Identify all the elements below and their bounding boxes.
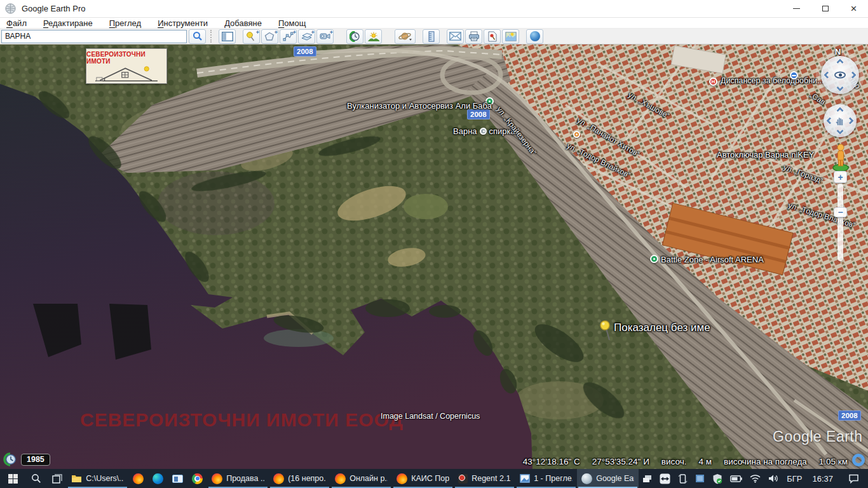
pegman-street-view-icon[interactable] bbox=[831, 143, 850, 172]
taskbar-file-explorer[interactable]: C:\Users\... bbox=[67, 469, 128, 488]
chevron-right-icon[interactable] bbox=[846, 117, 853, 124]
taskbar-search-button[interactable] bbox=[26, 469, 47, 488]
chevron-down-icon[interactable] bbox=[836, 84, 843, 91]
chevron-up-icon[interactable] bbox=[836, 58, 843, 65]
zoom-out-handle[interactable]: − bbox=[834, 207, 847, 217]
task-view-button[interactable] bbox=[47, 469, 67, 488]
tray-clock[interactable]: 16:37 bbox=[806, 474, 839, 484]
zoom-track[interactable] bbox=[837, 184, 843, 261]
placemark-label[interactable]: Показалец без име bbox=[614, 322, 710, 334]
taskbar-google-earth-window[interactable]: Google Ear... bbox=[577, 469, 639, 488]
tray-display-app[interactable] bbox=[691, 474, 709, 483]
eye-icon bbox=[834, 72, 846, 79]
look-joystick[interactable] bbox=[821, 56, 859, 94]
overlap-windows-icon bbox=[642, 475, 652, 483]
poi-label-dispanser[interactable]: Диспансер за белодробни... bbox=[721, 76, 824, 85]
minimize-button[interactable] bbox=[782, 0, 811, 17]
taskbar-firefox-window-2[interactable]: (16 непро... bbox=[269, 469, 330, 488]
chevron-left-icon[interactable] bbox=[826, 117, 833, 124]
globe-button[interactable] bbox=[526, 29, 543, 44]
menu-bar: Файл Редактиране Преглед Инструменти Доб… bbox=[0, 18, 868, 29]
close-button[interactable]: × bbox=[839, 0, 868, 17]
yellow-pushpin-icon[interactable] bbox=[600, 320, 614, 342]
poi-label-vulkanizator[interactable]: Вулканизатор и Автосервиз Али Баба bbox=[347, 101, 492, 111]
menu-tools[interactable]: Инструменти bbox=[149, 18, 216, 28]
move-joystick[interactable] bbox=[824, 104, 857, 137]
tray-battery[interactable] bbox=[726, 475, 746, 482]
sunlight-button[interactable] bbox=[365, 29, 382, 44]
view-in-google-maps-button[interactable] bbox=[502, 29, 519, 44]
tray-language-indicator[interactable]: БГР bbox=[783, 474, 806, 484]
speaker-icon bbox=[768, 474, 779, 483]
ruler-button[interactable] bbox=[423, 29, 440, 44]
save-image-button[interactable] bbox=[484, 29, 501, 44]
tray-wifi[interactable] bbox=[746, 474, 764, 483]
switch-planet-button[interactable] bbox=[395, 29, 416, 44]
map-viewport[interactable]: СЕВЕРОИЗТОЧНИ ИМОТИ ЕООД Image Landsat /… bbox=[0, 44, 868, 469]
maximize-button[interactable] bbox=[811, 0, 839, 17]
streaming-indicator-icon bbox=[852, 454, 865, 466]
tray-show-hidden-icons[interactable] bbox=[639, 475, 656, 483]
transit-poi-marker[interactable] bbox=[790, 71, 798, 79]
taskbar-firefox-window-3[interactable]: Онлайн р... bbox=[330, 469, 392, 488]
tray-action-center[interactable] bbox=[839, 474, 868, 484]
compass-north-label: N bbox=[835, 47, 841, 57]
taskbar-firefox-window-1[interactable]: Продава ... bbox=[207, 469, 269, 488]
add-polygon-button[interactable]: + bbox=[261, 29, 278, 44]
path-icon bbox=[283, 32, 294, 41]
poi-label-battle-zone[interactable]: Battle Zone - Airsoft ARENA bbox=[661, 255, 764, 264]
status-latitude: 43°12'18.16" С bbox=[523, 457, 580, 466]
menu-help[interactable]: Помощ bbox=[270, 18, 314, 28]
taskbar-regent-window[interactable]: Regent 2.1 ... bbox=[454, 469, 515, 488]
edge-icon bbox=[153, 473, 163, 484]
road-shield-2008: 2008 bbox=[294, 46, 316, 57]
google-earth-icon bbox=[581, 473, 592, 484]
green-poi-marker[interactable] bbox=[650, 255, 658, 263]
status-eye-value: 1.05 км bbox=[819, 457, 848, 466]
menu-add[interactable]: Добавяне bbox=[216, 18, 270, 28]
road-shield-2008: 2008 bbox=[838, 410, 861, 421]
taskbar-pinned-card-app[interactable] bbox=[168, 469, 187, 488]
taskbar-app-label: КАИС Пор... bbox=[411, 474, 449, 483]
poi-label-varna-stop[interactable]: Варна спирка bbox=[453, 126, 515, 136]
phone-link-icon bbox=[678, 473, 688, 484]
menu-file[interactable]: Файл bbox=[0, 18, 35, 28]
menu-view[interactable]: Преглед bbox=[101, 18, 149, 28]
taskbar-firefox-window-4[interactable]: КАИС Пор... bbox=[392, 469, 454, 488]
search-input[interactable] bbox=[1, 30, 187, 43]
hospital-poi-marker[interactable] bbox=[709, 78, 717, 86]
add-placemark-button[interactable]: + bbox=[243, 29, 260, 44]
tray-windows-security[interactable] bbox=[709, 473, 726, 484]
tray-volume[interactable] bbox=[764, 474, 783, 483]
menu-edit[interactable]: Редактиране bbox=[35, 18, 101, 28]
search-button[interactable] bbox=[189, 29, 206, 44]
taskbar-photo-viewer-window[interactable]: 1 - Прегле... bbox=[515, 469, 577, 488]
status-altitude-value: 4 м bbox=[698, 457, 712, 466]
chevron-down-icon[interactable] bbox=[836, 127, 843, 134]
food-poi-marker[interactable] bbox=[573, 131, 580, 138]
show-sidebar-button[interactable] bbox=[219, 29, 236, 44]
tray-teamviewer[interactable] bbox=[656, 473, 674, 484]
firefox-icon bbox=[273, 473, 284, 484]
add-path-button[interactable]: + bbox=[280, 29, 297, 44]
poi-label-avtokluchar[interactable]: Автоключар Варна niKEY bbox=[717, 150, 814, 159]
chevron-left-icon[interactable] bbox=[824, 71, 831, 78]
add-image-overlay-button[interactable]: + bbox=[298, 29, 315, 44]
zoom-in-button[interactable]: + bbox=[834, 171, 847, 183]
chevron-right-icon[interactable] bbox=[849, 71, 856, 78]
tray-phone-link[interactable] bbox=[674, 473, 691, 484]
minimize-icon bbox=[793, 8, 800, 9]
photo-viewer-icon bbox=[520, 474, 530, 483]
start-button[interactable] bbox=[0, 469, 26, 488]
chevron-up-icon[interactable] bbox=[836, 107, 843, 114]
taskbar-app-label: (16 непро... bbox=[288, 474, 326, 483]
email-button[interactable] bbox=[447, 29, 464, 44]
taskbar-pinned-chrome[interactable] bbox=[187, 469, 207, 488]
print-button[interactable] bbox=[465, 29, 482, 44]
maximize-icon bbox=[822, 6, 829, 11]
taskbar-pinned-firefox[interactable] bbox=[128, 469, 148, 488]
record-tour-button[interactable]: + bbox=[316, 29, 334, 44]
taskbar-pinned-edge[interactable] bbox=[148, 469, 168, 488]
toolbar-separator bbox=[210, 30, 214, 43]
historical-imagery-button[interactable] bbox=[346, 29, 363, 44]
